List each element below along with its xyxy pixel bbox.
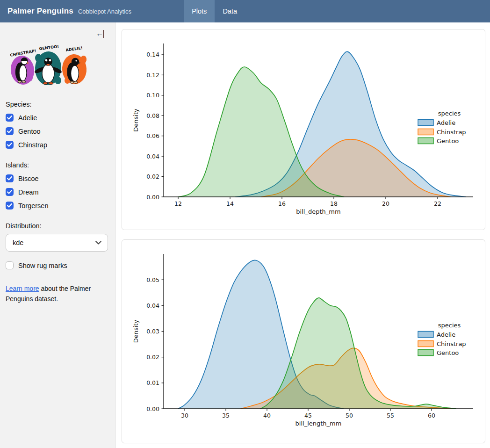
svg-text:0.05: 0.05 (146, 276, 159, 283)
svg-text:GENTOO!: GENTOO! (39, 44, 59, 51)
distribution-selected-value: kde (13, 239, 23, 246)
distribution-select[interactable]: kde (6, 234, 108, 252)
svg-text:60: 60 (428, 412, 435, 419)
svg-text:species: species (438, 322, 461, 329)
checkbox-icon (6, 188, 14, 196)
checkbox-icon (6, 114, 14, 122)
svg-text:14: 14 (226, 200, 234, 207)
svg-text:bill_length_mm: bill_length_mm (295, 420, 342, 427)
penguins-artwork: CHINSTRAP! GENTOO! ADÉLIE! (6, 39, 91, 92)
checkbox-torgersen[interactable]: Torgersen (6, 202, 109, 210)
svg-text:50: 50 (346, 412, 353, 419)
checkbox-icon (6, 127, 14, 135)
svg-text:0.10: 0.10 (146, 92, 159, 99)
svg-text:55: 55 (387, 412, 394, 419)
brand: Palmer Penguins Cobblepot Analytics (0, 7, 139, 16)
svg-text:40: 40 (263, 412, 271, 419)
svg-text:Gentoo: Gentoo (437, 349, 459, 356)
svg-text:bill_depth_mm: bill_depth_mm (296, 208, 340, 215)
svg-text:Chinstrap: Chinstrap (437, 340, 466, 347)
svg-text:45: 45 (304, 412, 312, 419)
svg-text:Density: Density (132, 108, 139, 132)
svg-text:0.06: 0.06 (146, 132, 159, 139)
svg-text:Gentoo: Gentoo (437, 137, 459, 145)
svg-text:0.14: 0.14 (146, 51, 159, 58)
svg-text:Adelie: Adelie (437, 119, 455, 126)
main-content: 1214161820220.000.020.040.060.080.100.12… (115, 22, 490, 448)
svg-text:Chinstrap: Chinstrap (437, 129, 466, 136)
sidebar: ←| (0, 22, 115, 448)
checkbox-icon (6, 141, 14, 149)
bill-length-density-card: 303540455055600.000.010.020.030.040.05bi… (122, 239, 485, 443)
checkbox-icon (6, 174, 14, 182)
svg-text:Adelie: Adelie (437, 331, 455, 338)
islands-group-label: Islands: (6, 161, 109, 169)
nav-tabs: Plots Data (184, 0, 245, 22)
svg-text:16: 16 (278, 200, 286, 207)
svg-text:0.00: 0.00 (146, 405, 159, 412)
svg-text:species: species (438, 110, 461, 117)
svg-text:0.04: 0.04 (146, 302, 159, 309)
svg-text:20: 20 (382, 200, 389, 207)
app-window: Palmer Penguins Cobblepot Analytics Plot… (0, 0, 490, 448)
svg-text:30: 30 (181, 412, 188, 419)
svg-text:0.12: 0.12 (146, 72, 159, 79)
species-group-label: Species: (6, 101, 109, 108)
svg-text:22: 22 (434, 200, 441, 207)
checkbox-chinstrap[interactable]: Chinstrap (6, 141, 109, 149)
svg-text:0.04: 0.04 (146, 153, 159, 160)
checkbox-adelie[interactable]: Adelie (6, 114, 109, 122)
svg-text:18: 18 (330, 200, 338, 207)
chevron-down-icon (95, 241, 101, 245)
checkbox-show-rug-marks[interactable]: Show rug marks (6, 261, 109, 269)
svg-text:0.02: 0.02 (146, 173, 159, 180)
checkbox-icon (6, 202, 14, 210)
learn-more-link[interactable]: Learn more (6, 285, 39, 292)
svg-text:Density: Density (132, 319, 139, 343)
svg-text:35: 35 (222, 412, 230, 419)
tab-data[interactable]: Data (215, 0, 245, 22)
navbar: Palmer Penguins Cobblepot Analytics Plot… (0, 0, 490, 22)
svg-text:ADÉLIE!: ADÉLIE! (65, 45, 83, 52)
svg-text:12: 12 (174, 200, 182, 207)
checkbox-gentoo[interactable]: Gentoo (6, 127, 109, 135)
svg-text:0.03: 0.03 (146, 328, 159, 335)
svg-text:0.00: 0.00 (146, 194, 159, 201)
distribution-label: Distribution: (6, 222, 109, 230)
sidebar-collapse-icon[interactable]: ←| (96, 29, 104, 37)
svg-text:0.01: 0.01 (146, 379, 159, 386)
checkbox-biscoe[interactable]: Biscoe (6, 174, 109, 182)
bill-depth-density-card: 1214161820220.000.020.040.060.080.100.12… (122, 29, 485, 230)
app-subtitle: Cobblepot Analytics (78, 8, 131, 15)
checkbox-dream[interactable]: Dream (6, 188, 109, 196)
tab-plots[interactable]: Plots (184, 0, 215, 22)
dataset-note: Learn more about the Palmer Penguins dat… (6, 284, 104, 304)
checkbox-icon (6, 261, 14, 269)
svg-text:0.02: 0.02 (146, 354, 159, 361)
bill-length-density-plot: 303540455055600.000.010.020.030.040.05bi… (122, 240, 485, 443)
svg-text:0.08: 0.08 (146, 112, 159, 119)
app-title: Palmer Penguins (7, 7, 73, 16)
bill-depth-density-plot: 1214161820220.000.020.040.060.080.100.12… (122, 29, 485, 230)
